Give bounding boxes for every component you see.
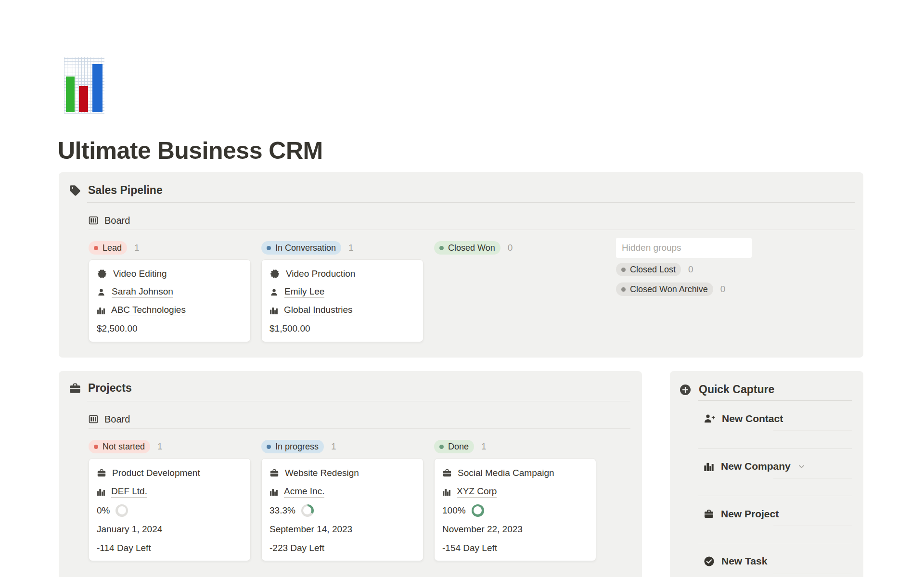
person-icon (270, 288, 279, 297)
tab-board-sales[interactable]: Board (89, 212, 130, 229)
group-header-not-started[interactable]: Not started (89, 440, 150, 453)
divider (89, 230, 855, 230)
check-circle-icon (704, 556, 715, 567)
bar-chart-red-bar (79, 86, 88, 112)
company-link[interactable]: Global Industries (284, 305, 353, 316)
briefcase-icon (97, 468, 106, 478)
quick-capture-item-label: New Task (721, 555, 767, 567)
new-task-button[interactable]: New Task (704, 551, 767, 572)
gear-icon (270, 269, 280, 279)
quick-capture-item-label: New Company (721, 461, 791, 472)
page-icon-bar-chart[interactable] (64, 57, 104, 114)
briefcase-icon (442, 468, 452, 478)
group-header-lead[interactable]: Lead (89, 241, 127, 255)
status-dot (621, 268, 626, 272)
card-social-media-campaign[interactable]: Social Media Campaign XYZ Corp 100% Nove… (434, 458, 596, 561)
card-product-development[interactable]: Product Development DEF Ltd. 0% January … (89, 458, 251, 561)
progress-ring (472, 504, 484, 517)
group-header-closed-won[interactable]: Closed Won (434, 241, 500, 255)
progress-label: 0% (97, 505, 110, 516)
group-label: Lead (103, 243, 122, 253)
section-title-quick-capture: Quick Capture (699, 383, 774, 396)
divider (87, 401, 630, 401)
group-header-closed-won-archive[interactable]: Closed Won Archive (616, 282, 713, 296)
days-left-value: -114 Day Left (97, 543, 151, 553)
quick-capture-item-label: New Project (721, 508, 779, 520)
company-icon (442, 487, 451, 496)
status-dot (439, 445, 444, 449)
group-count: 1 (481, 441, 487, 452)
new-company-button[interactable]: New Company (704, 456, 806, 477)
group-label: In Conversation (275, 243, 336, 253)
card-title: Video Production (286, 269, 355, 279)
board-view-label: Board (104, 215, 130, 226)
group-header-in-progress[interactable]: In progress (261, 440, 324, 453)
days-left-value: -154 Day Left (442, 543, 497, 553)
company-link[interactable]: Acme Inc. (284, 486, 324, 498)
company-link[interactable]: ABC Technologies (111, 305, 186, 316)
briefcase-icon (270, 468, 279, 478)
board-view-label: Board (104, 414, 130, 425)
card-title: Social Media Campaign (458, 468, 554, 478)
date-value: January 1, 2024 (97, 524, 162, 535)
company-icon (704, 461, 714, 472)
contact-link[interactable]: Sarah Johnson (112, 286, 173, 298)
divider (698, 544, 852, 544)
divider (698, 400, 852, 401)
board-icon (89, 414, 98, 424)
progress-label: 33.3% (270, 505, 295, 516)
contact-link[interactable]: Emily Lee (284, 286, 324, 298)
group-count: 0 (508, 243, 513, 253)
amount-value: $2,500.00 (97, 323, 138, 334)
group-label: Closed Won (448, 243, 495, 253)
days-left-value: -223 Day Left (270, 543, 324, 553)
card-title: Product Development (112, 468, 200, 478)
card-video-production[interactable]: Video Production Emily Lee Global Indust… (261, 259, 424, 342)
gear-icon (97, 269, 107, 279)
board-column-in-conversation: In Conversation 1 Video Production Emily… (261, 241, 424, 342)
group-header-closed-lost[interactable]: Closed Lost (616, 263, 681, 276)
progress-label: 100% (442, 505, 466, 516)
person-plus-icon (704, 413, 715, 424)
tab-board-projects[interactable]: Board (89, 410, 130, 428)
page-title: Ultimate Business CRM (58, 137, 323, 165)
group-label: Closed Lost (630, 265, 676, 275)
group-label: Closed Won Archive (630, 284, 708, 295)
group-count: 1 (157, 441, 163, 452)
board-column-lead: Lead 1 Video Editing Sarah Johnson (89, 241, 251, 342)
divider (773, 478, 852, 479)
status-dot (439, 246, 444, 250)
briefcase-icon (69, 382, 81, 395)
sales-pipeline-panel: Sales Pipeline Board Lead 1 Video Editin… (59, 172, 863, 358)
divider (89, 428, 630, 429)
group-count: 1 (348, 243, 354, 253)
group-count: 0 (688, 264, 693, 275)
quick-capture-item-label: New Contact (722, 413, 783, 424)
new-contact-button[interactable]: New Contact (704, 408, 783, 429)
progress-ring (116, 504, 128, 517)
divider (773, 430, 852, 431)
card-website-redesign[interactable]: Website Redesign Acme Inc. 33.3% Septemb… (261, 458, 424, 561)
card-video-editing[interactable]: Video Editing Sarah Johnson ABC Technolo… (89, 259, 251, 342)
date-value: September 14, 2023 (270, 524, 352, 535)
divider (698, 496, 852, 496)
divider (773, 574, 852, 574)
status-dot (267, 445, 271, 449)
plus-circle-icon (680, 384, 691, 396)
projects-panel: Projects Board Not started 1 Product Dev… (59, 371, 642, 577)
group-header-done[interactable]: Done (434, 440, 474, 453)
group-label: Not started (103, 442, 145, 452)
divider (698, 449, 852, 449)
company-link[interactable]: XYZ Corp (457, 486, 497, 498)
chevron-down-icon[interactable] (797, 462, 806, 471)
card-title: Video Editing (113, 269, 167, 279)
card-title: Website Redesign (285, 468, 359, 478)
company-link[interactable]: DEF Ltd. (111, 486, 147, 498)
board-column-not-started: Not started 1 Product Development DEF Lt… (89, 440, 251, 561)
company-icon (270, 306, 278, 315)
group-header-in-conversation[interactable]: In Conversation (261, 241, 341, 255)
new-project-button[interactable]: New Project (704, 503, 779, 525)
amount-value: $1,500.00 (270, 323, 310, 334)
hidden-groups-header[interactable]: Hidden groups (616, 238, 752, 258)
group-label: Done (448, 442, 469, 452)
